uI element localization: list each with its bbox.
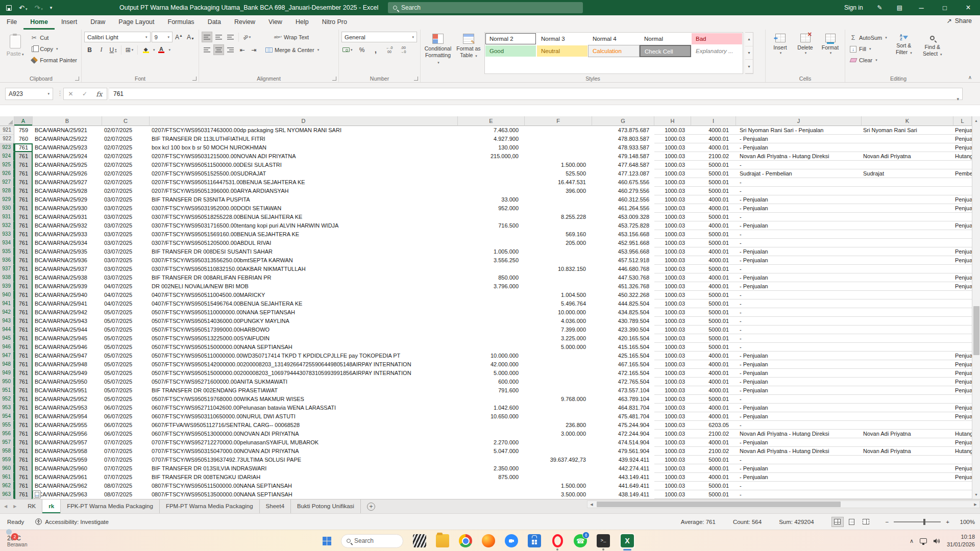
cell-A941[interactable]: 761	[14, 299, 33, 308]
cell-style-calculation[interactable]: Calculation	[588, 45, 640, 57]
cell-C945[interactable]: 05/07/2025	[102, 334, 150, 343]
cell-I937[interactable]: 5000.01	[691, 265, 736, 273]
cell-H928[interactable]: 1000.03	[654, 187, 691, 195]
cell-C922[interactable]: 02/07/2025	[102, 135, 150, 143]
cell-I956[interactable]: 2100.02	[691, 430, 736, 438]
cell-style-good[interactable]: Good	[485, 45, 536, 57]
cell-I944[interactable]: 5000.01	[691, 325, 736, 334]
cut-button[interactable]: ✂Cut	[29, 33, 79, 43]
cell-B952[interactable]: BCA/WARNA/25/952	[33, 395, 102, 404]
cell-J948[interactable]: - Penjualan	[736, 360, 862, 369]
cell-I943[interactable]: 5000.01	[691, 317, 736, 325]
cell-J941[interactable]: -	[736, 299, 862, 308]
cell-F962[interactable]: 1.500.000	[525, 482, 592, 490]
sheet-tab-sheet4[interactable]: Sheet4	[260, 499, 291, 513]
cell-B945[interactable]: BCA/WARNA/25/945	[33, 334, 102, 343]
cell-style-bad[interactable]: Bad	[691, 33, 743, 45]
column-header-h[interactable]: H	[654, 116, 691, 126]
conditional-formatting-button[interactable]: Conditional Formatting ▾	[423, 32, 453, 74]
cell-H938[interactable]: 1000.03	[654, 273, 691, 282]
cell-H942[interactable]: 1000.03	[654, 308, 691, 317]
cell-F956[interactable]: 3.000.000	[525, 430, 592, 438]
zoom-slider[interactable]	[894, 521, 941, 522]
row-header-926[interactable]: 926	[0, 169, 14, 178]
cell-H926[interactable]: 1000.03	[654, 169, 691, 178]
menu-tab-page-layout[interactable]: Page Layout	[112, 15, 161, 30]
minimize-button[interactable]: ─	[910, 0, 933, 15]
cell-L943[interactable]	[953, 317, 972, 325]
cell-F954[interactable]	[525, 412, 592, 421]
firefox-icon[interactable]	[482, 534, 495, 547]
cell-J944[interactable]: -	[736, 325, 862, 334]
cell-D938[interactable]: BIF TRANSFER DR 008ARLIFAN FEBRIAN PR	[150, 273, 458, 282]
cell-A958[interactable]: 761	[14, 447, 33, 456]
cell-G948[interactable]: 467.165.504	[592, 360, 654, 369]
cell-D925[interactable]: 0207/FTSCY/WS950511500000.00DESI SULASTR…	[150, 161, 458, 169]
cell-A929[interactable]: 761	[14, 195, 33, 204]
clock[interactable]: 10:18 31/01/2026	[947, 533, 975, 548]
cell-G930[interactable]: 461.264.556	[592, 204, 654, 213]
cell-J957[interactable]: - Penjualan	[736, 438, 862, 447]
cell-I938[interactable]: 4000.01	[691, 273, 736, 282]
cell-J937[interactable]: -	[736, 265, 862, 273]
cell-C939[interactable]: 04/07/2025	[102, 282, 150, 291]
share-button[interactable]: ↗ Share	[946, 17, 972, 24]
cell-I930[interactable]: 4000.01	[691, 204, 736, 213]
cell-B931[interactable]: BCA/WARNA/25/931	[33, 213, 102, 221]
cell-B963[interactable]: BCA/WARNA/25/963	[33, 490, 102, 499]
cell-B941[interactable]: BCA/WARNA/25/941	[33, 299, 102, 308]
percent-style-button[interactable]: %	[357, 44, 368, 55]
cell-B932[interactable]: BCA/WARNA/25/932	[33, 221, 102, 230]
cancel-icon[interactable]: ✕	[68, 90, 74, 97]
cell-style-normal-3[interactable]: Normal 3	[536, 33, 588, 45]
cell-style-normal-4[interactable]: Normal 4	[588, 33, 640, 45]
cell-B947[interactable]: BCA/WARNA/25/947	[33, 352, 102, 360]
cell-H953[interactable]: 1000.03	[654, 404, 691, 412]
cell-K925[interactable]	[862, 161, 953, 169]
cell-C959[interactable]: 07/07/2025	[102, 456, 150, 464]
cell-K958[interactable]: Novan Adi Priyatna	[862, 447, 953, 456]
cell-J943[interactable]: -	[736, 317, 862, 325]
row-header-959[interactable]: 959	[0, 456, 14, 464]
pen-icon[interactable]: ✎	[870, 4, 890, 11]
cell-J929[interactable]: - Penjualan	[736, 195, 862, 204]
cell-D962[interactable]: 0807/FTSCY/WS950511500000.00NANA SEPTIAN…	[150, 482, 458, 490]
cell-E930[interactable]: 952.000	[458, 204, 525, 213]
cell-F924[interactable]	[525, 152, 592, 161]
cell-G924[interactable]: 479.148.587	[592, 152, 654, 161]
cell-E963[interactable]	[458, 490, 525, 499]
cell-A943[interactable]: 761	[14, 317, 33, 325]
cell-B962[interactable]: BCA/WARNA/25/962	[33, 482, 102, 490]
cell-J946[interactable]: -	[736, 343, 862, 352]
gallery-down-icon[interactable]: ▼	[745, 46, 753, 60]
cell-B946[interactable]: BCA/WARNA/25/946	[33, 343, 102, 352]
cell-K924[interactable]: Novan Adi Priyatna	[862, 152, 953, 161]
scroll-left-icon[interactable]: ◀	[587, 503, 596, 507]
cell-C958[interactable]: 07/07/2025	[102, 447, 150, 456]
volume-icon[interactable]	[933, 538, 941, 544]
cell-I925[interactable]: 5000.01	[691, 161, 736, 169]
insert-cells-button[interactable]: Insert▾	[768, 32, 792, 74]
cell-C947[interactable]: 05/07/2025	[102, 352, 150, 360]
cell-G943[interactable]: 430.789.504	[592, 317, 654, 325]
sheet-tab-bukti-potong-unifikasi[interactable]: Bukti Potong Unifikasi	[291, 499, 361, 513]
orientation-button[interactable]: ab▾	[241, 32, 252, 42]
cell-G941[interactable]: 444.825.504	[592, 299, 654, 308]
cell-E922[interactable]: 4.927.900	[458, 135, 525, 143]
customize-qat-button[interactable]: ▾	[50, 6, 53, 10]
cell-L962[interactable]	[953, 482, 972, 490]
ribbon-display-options-icon[interactable]: ▤	[890, 4, 910, 11]
menu-tab-draw[interactable]: Draw	[84, 15, 112, 30]
cell-J923[interactable]: - Penjualan	[736, 143, 862, 152]
cell-E950[interactable]: 600.000	[458, 378, 525, 386]
scroll-up-icon[interactable]: ▲	[972, 116, 980, 125]
cell-E954[interactable]: 10.650.000	[458, 412, 525, 421]
scroll-right-icon[interactable]: ▶	[971, 503, 979, 507]
cell-B944[interactable]: BCA/WARNA/25/944	[33, 325, 102, 334]
cell-G927[interactable]: 460.675.556	[592, 178, 654, 187]
cell-B928[interactable]: BCA/WARNA/25/928	[33, 187, 102, 195]
cell-F932[interactable]	[525, 221, 592, 230]
cell-A954[interactable]: 761	[14, 412, 33, 421]
cell-C961[interactable]: 07/07/2025	[102, 473, 150, 482]
cell-L952[interactable]	[953, 395, 972, 404]
